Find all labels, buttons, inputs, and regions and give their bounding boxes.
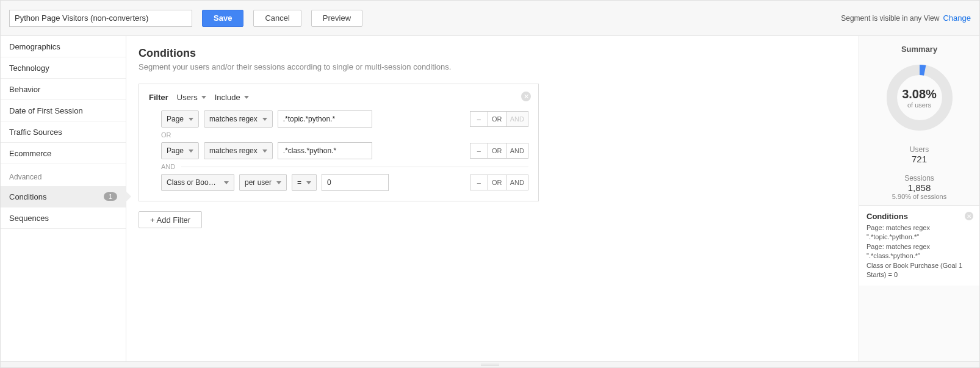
donut-chart: 3.08% of users bbox=[859, 59, 979, 140]
chevron-down-icon bbox=[189, 118, 193, 121]
condition-row: Class or Book Pur… per user = – OR AND bbox=[149, 174, 528, 191]
summary-conditions-title: Conditions bbox=[867, 212, 972, 221]
summary-panel: Summary 3.08% of users Users 721 bbox=[859, 36, 979, 361]
chevron-down-icon bbox=[306, 181, 311, 184]
condition-row: Page matches regex – OR AND bbox=[149, 142, 528, 159]
add-filter-button[interactable]: + Add Filter bbox=[139, 211, 202, 228]
and-button: AND bbox=[506, 111, 528, 127]
sidebar-item-behavior[interactable]: Behavior bbox=[1, 79, 126, 100]
condition-value-input[interactable] bbox=[278, 110, 372, 128]
summary-condition-line: ".*class.*python.*" bbox=[867, 251, 972, 261]
filter-mode-dropdown[interactable]: Include bbox=[215, 93, 249, 102]
stat-label: Users bbox=[859, 145, 979, 154]
preview-button[interactable]: Preview bbox=[311, 10, 362, 27]
chevron-down-icon bbox=[201, 96, 206, 99]
or-button[interactable]: OR bbox=[488, 175, 506, 190]
filter-scope-dropdown[interactable]: Users bbox=[177, 93, 206, 102]
condition-row: Page matches regex – OR AND bbox=[149, 110, 528, 128]
row-ops: – OR AND bbox=[470, 111, 528, 127]
condition-value-input[interactable] bbox=[278, 142, 372, 159]
joiner-or: OR bbox=[149, 128, 528, 142]
row-ops: – OR AND bbox=[470, 175, 528, 190]
stat-value: 721 bbox=[859, 154, 979, 164]
row-ops: – OR AND bbox=[470, 143, 528, 159]
dimension-select[interactable]: Page bbox=[161, 110, 199, 128]
joiner-and: AND bbox=[149, 159, 528, 174]
remove-row-button[interactable]: – bbox=[470, 111, 488, 127]
chevron-down-icon bbox=[244, 96, 249, 99]
visibility-text: Segment is visible in any View bbox=[841, 14, 939, 23]
sidebar-item-traffic-sources[interactable]: Traffic Sources bbox=[1, 121, 126, 143]
remove-row-button[interactable]: – bbox=[470, 175, 488, 190]
summary-title: Summary bbox=[859, 36, 979, 59]
chevron-down-icon bbox=[224, 181, 229, 184]
and-button[interactable]: AND bbox=[506, 175, 528, 190]
summary-condition-line: ".*topic.*python.*" bbox=[867, 233, 972, 242]
dimension-select[interactable]: Page bbox=[161, 142, 199, 159]
stat-label: Sessions bbox=[859, 174, 979, 182]
filter-box: ✕ Filter Users Include Page matches rege… bbox=[139, 84, 539, 201]
donut-sub: of users bbox=[907, 101, 931, 109]
stat-sessions: Sessions 1,858 5.90% of sessions bbox=[859, 169, 979, 205]
filter-label: Filter bbox=[149, 93, 168, 102]
grip-icon bbox=[481, 364, 499, 366]
summary-condition-line: Class or Book Purchase (Goal 1 Starts) =… bbox=[867, 261, 972, 280]
or-button[interactable]: OR bbox=[488, 143, 506, 159]
body: Demographics Technology Behavior Date of… bbox=[1, 36, 979, 361]
close-icon[interactable]: ✕ bbox=[521, 92, 531, 101]
sidebar-item-ecommerce[interactable]: Ecommerce bbox=[1, 143, 126, 164]
segment-builder: Save Cancel Preview Segment is visible i… bbox=[0, 0, 980, 368]
sidebar-item-technology[interactable]: Technology bbox=[1, 57, 126, 79]
sidebar-section-advanced: Advanced bbox=[1, 168, 126, 186]
stat-value: 1,858 bbox=[859, 182, 979, 193]
comparator-select[interactable]: = bbox=[292, 174, 317, 191]
chevron-down-icon bbox=[276, 181, 281, 184]
chevron-down-icon bbox=[262, 150, 267, 153]
sidebar-item-date-first-session[interactable]: Date of First Session bbox=[1, 100, 126, 121]
filter-header: Filter Users Include bbox=[149, 93, 528, 102]
match-type-select[interactable]: matches regex bbox=[204, 142, 273, 159]
page-title: Conditions bbox=[139, 47, 846, 60]
sidebar-item-conditions[interactable]: Conditions 1 bbox=[1, 186, 126, 207]
page-subtitle: Segment your users and/or their sessions… bbox=[139, 62, 846, 71]
sidebar-item-label: Conditions bbox=[9, 192, 46, 201]
conditions-count-badge: 1 bbox=[104, 192, 117, 201]
topbar: Save Cancel Preview Segment is visible i… bbox=[1, 1, 979, 36]
and-button[interactable]: AND bbox=[506, 143, 528, 159]
segment-name-input[interactable] bbox=[9, 10, 192, 27]
match-type-select[interactable]: matches regex bbox=[204, 110, 273, 128]
main-panel: Conditions Segment your users and/or the… bbox=[126, 36, 859, 361]
summary-conditions: ✕ Conditions Page: matches regex ".*topi… bbox=[859, 205, 979, 286]
condition-value-input[interactable] bbox=[322, 174, 389, 191]
filter-scope-value: Users bbox=[177, 93, 198, 102]
or-button[interactable]: OR bbox=[488, 111, 506, 127]
donut-percent: 3.08% bbox=[902, 87, 937, 101]
chevron-down-icon bbox=[262, 118, 267, 121]
stat-users: Users 721 bbox=[859, 140, 979, 169]
sidebar-item-sequences[interactable]: Sequences bbox=[1, 207, 126, 229]
chevron-down-icon bbox=[189, 150, 193, 153]
close-icon[interactable]: ✕ bbox=[965, 212, 973, 220]
summary-condition-line: Page: matches regex bbox=[867, 242, 972, 251]
sidebar: Demographics Technology Behavior Date of… bbox=[1, 36, 126, 361]
summary-condition-line: Page: matches regex bbox=[867, 223, 972, 233]
remove-row-button[interactable]: – bbox=[470, 143, 488, 159]
change-visibility-link[interactable]: Change bbox=[943, 13, 971, 23]
filter-mode-value: Include bbox=[215, 93, 240, 102]
cancel-button[interactable]: Cancel bbox=[253, 10, 301, 27]
per-scope-select[interactable]: per user bbox=[239, 174, 287, 191]
stat-sub: 5.90% of sessions bbox=[859, 193, 979, 200]
dimension-select[interactable]: Class or Book Pur… bbox=[161, 174, 234, 191]
save-button[interactable]: Save bbox=[202, 10, 243, 27]
resize-handle[interactable] bbox=[1, 361, 979, 367]
sidebar-item-demographics[interactable]: Demographics bbox=[1, 36, 126, 57]
